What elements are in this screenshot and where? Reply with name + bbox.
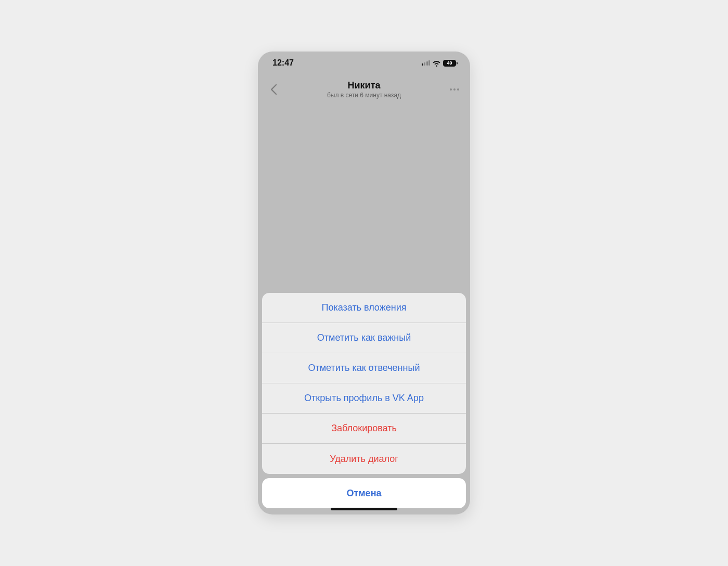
status-time: 12:47 [272,58,294,68]
sheet-item-label: Отметить как отвеченный [308,363,420,374]
chevron-left-icon [270,84,277,95]
nav-bar: Никита был в сети 6 минут назад [258,74,470,105]
phone-frame: 12:47 49 Никита [258,52,470,514]
action-sheet-container: Показать вложения Отметить как важный От… [258,293,470,514]
more-dots-icon [450,88,452,91]
sheet-show-attachments[interactable]: Показать вложения [262,293,466,323]
action-sheet: Показать вложения Отметить как важный От… [262,293,466,474]
sheet-mark-important[interactable]: Отметить как важный [262,323,466,353]
battery-level: 49 [447,61,452,66]
home-indicator[interactable] [331,508,397,510]
sheet-block[interactable]: Заблокировать [262,414,466,444]
wifi-icon [432,60,441,67]
status-bar: 12:47 49 [258,52,470,74]
sheet-item-label: Удалить диалог [330,454,398,465]
sheet-delete-dialog[interactable]: Удалить диалог [262,444,466,474]
cellular-icon [422,60,431,66]
sheet-mark-answered[interactable]: Отметить как отвеченный [262,353,466,383]
more-button[interactable] [446,81,463,98]
sheet-item-label: Открыть профиль в VK App [304,393,424,404]
chat-header[interactable]: Никита был в сети 6 минут назад [327,80,401,99]
sheet-open-vk-app[interactable]: Открыть профиль в VK App [262,383,466,414]
sheet-item-label: Заблокировать [331,423,397,434]
cancel-label: Отмена [346,488,381,499]
chat-title: Никита [327,80,401,91]
battery-icon: 49 [443,60,458,67]
back-button[interactable] [265,81,282,98]
cancel-button[interactable]: Отмена [262,478,466,508]
status-indicators: 49 [422,60,458,67]
sheet-item-label: Отметить как важный [317,332,411,343]
chat-subtitle: был в сети 6 минут назад [327,92,401,99]
sheet-item-label: Показать вложения [322,302,407,313]
